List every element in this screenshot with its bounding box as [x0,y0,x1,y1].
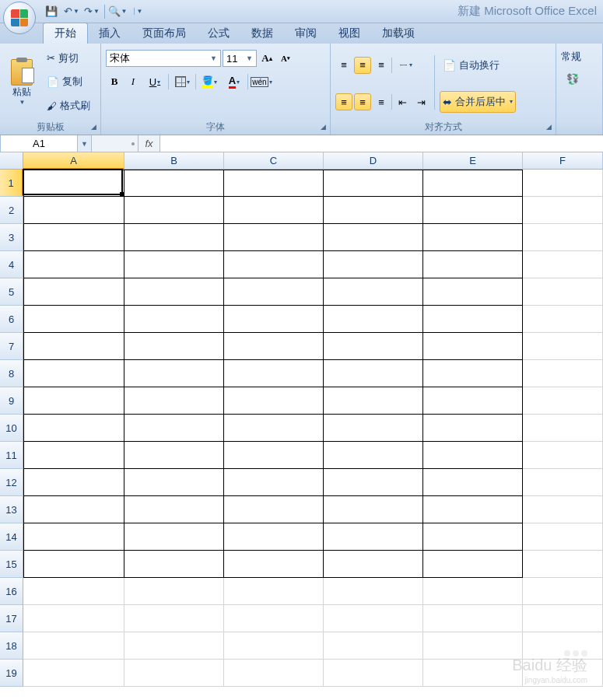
cell[interactable] [523,469,603,496]
increase-indent-button[interactable]: ⇥ [412,93,429,110]
select-all-corner[interactable] [0,152,23,170]
row-header-19[interactable]: 19 [0,660,23,687]
cell[interactable] [124,442,224,469]
col-header-A[interactable]: A [23,152,124,170]
cell[interactable] [124,415,224,442]
cell[interactable] [324,360,423,387]
cell[interactable] [423,496,523,523]
cell[interactable] [124,306,224,333]
cell[interactable] [523,278,603,306]
row-header-7[interactable]: 7 [0,333,23,360]
cell[interactable] [423,306,523,333]
cell[interactable] [224,387,324,415]
cell[interactable] [324,660,423,687]
cell[interactable] [423,360,523,387]
cell[interactable] [23,170,124,197]
fill-color-button[interactable]: 🪣▾ [198,73,221,90]
name-box-dropdown[interactable]: ▼ [78,135,92,152]
underline-button[interactable]: U▾ [143,73,167,90]
cell[interactable] [224,496,324,523]
phonetic-button[interactable]: wén▾ [250,73,273,90]
currency-button[interactable]: 💱 [561,70,584,87]
align-middle-button[interactable]: ≡ [354,57,371,74]
cell[interactable] [224,605,324,632]
cell[interactable] [523,415,603,442]
cell[interactable] [224,578,324,605]
cell[interactable] [124,251,224,278]
cell[interactable] [224,442,324,469]
wrap-text-button[interactable]: 📄自动换行 [440,54,516,76]
cell[interactable] [523,605,603,632]
cell[interactable] [224,251,324,278]
cell[interactable] [23,224,124,251]
cell[interactable] [224,333,324,360]
row-header-14[interactable]: 14 [0,523,23,551]
font-color-button[interactable]: A▾ [223,73,246,90]
qat-save[interactable]: 💾 [42,3,61,20]
row-header-9[interactable]: 9 [0,387,23,415]
cell[interactable] [23,442,124,469]
cell[interactable] [523,360,603,387]
cell[interactable] [324,415,423,442]
col-header-B[interactable]: B [124,152,224,170]
cell[interactable] [124,605,224,632]
tab-开始[interactable]: 开始 [43,23,88,44]
font-name-combo[interactable]: 宋体▼ [106,50,221,67]
cell[interactable] [324,578,423,605]
cell[interactable] [324,496,423,523]
paste-button[interactable]: 粘贴 ▼ [5,47,39,117]
qat-customize[interactable]: ▼ [128,3,147,20]
cell[interactable] [324,170,423,197]
cell[interactable] [124,551,224,578]
align-left-button[interactable]: ≡ [335,93,352,110]
tab-公式[interactable]: 公式 [197,23,240,44]
cell[interactable] [423,278,523,306]
cell[interactable] [324,523,423,551]
cell[interactable] [423,578,523,605]
cell[interactable] [324,278,423,306]
cell[interactable] [523,523,603,551]
cell[interactable] [224,306,324,333]
tab-加载项[interactable]: 加载项 [371,23,426,44]
row-header-11[interactable]: 11 [0,442,23,469]
cell[interactable] [224,197,324,224]
qat-undo[interactable]: ↶▼ [62,3,81,20]
row-header-13[interactable]: 13 [0,496,23,523]
cell[interactable] [423,442,523,469]
align-center-button[interactable]: ≡ [354,93,371,110]
cell[interactable] [324,442,423,469]
align-right-button[interactable]: ≡ [373,93,390,110]
cell[interactable] [423,197,523,224]
cell[interactable] [423,605,523,632]
cell[interactable] [23,632,124,660]
cell[interactable] [324,605,423,632]
align-top-button[interactable]: ≡ [335,57,352,74]
borders-button[interactable]: ▾ [170,73,194,90]
cell[interactable] [324,197,423,224]
bold-button[interactable]: B [106,73,123,90]
cell[interactable] [224,415,324,442]
format-painter-button[interactable]: 🖌格式刷 [44,97,93,114]
cell[interactable] [523,251,603,278]
qat-print-preview[interactable]: 🔍▼ [108,3,127,20]
row-header-2[interactable]: 2 [0,197,23,224]
cell[interactable] [23,360,124,387]
cell[interactable] [523,306,603,333]
col-header-F[interactable]: F [523,152,603,170]
cell[interactable] [324,306,423,333]
cell[interactable] [124,360,224,387]
row-header-8[interactable]: 8 [0,360,23,387]
row-header-18[interactable]: 18 [0,632,23,660]
cell[interactable] [423,251,523,278]
cell[interactable] [124,387,224,415]
cell[interactable] [523,496,603,523]
row-header-17[interactable]: 17 [0,605,23,632]
dialog-launcher[interactable]: ◢ [543,122,554,133]
cell[interactable] [523,442,603,469]
cell[interactable] [423,333,523,360]
cell[interactable] [324,251,423,278]
cell[interactable] [224,170,324,197]
office-button[interactable] [3,2,36,34]
cell[interactable] [124,170,224,197]
cell[interactable] [423,469,523,496]
